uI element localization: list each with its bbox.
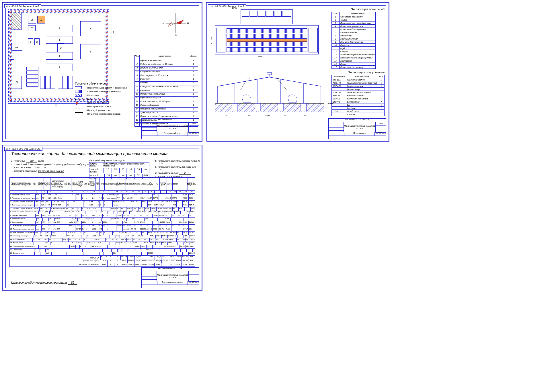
barn-3: 1 <box>46 52 73 60</box>
tree-icon <box>9 27 12 30</box>
rh-name: Наименование <box>340 12 376 15</box>
tree-icon <box>66 10 69 13</box>
room-a5 <box>274 11 282 17</box>
room-row: 6Комната отдыха <box>332 31 376 34</box>
equip-row: КТУ-10АРаздатчик кормов1 <box>332 78 385 81</box>
room-row: 3Помещение для подсобных нужд <box>332 21 376 25</box>
col-header: произв-ть, т/ч <box>64 178 71 190</box>
svg-text:1200: 1200 <box>284 115 288 117</box>
svg-text:7500: 7500 <box>225 115 229 117</box>
params-left: 1. Поголовье 800 голов 2. Годовой надой … <box>11 159 95 173</box>
col-num: 16 <box>124 191 130 193</box>
tree-icon <box>9 39 12 42</box>
silo-col-2 <box>45 76 50 89</box>
tb-title-a: Механизация молочно-товарной фермы <box>157 125 188 129</box>
legend-text: - Силосные траншеи/хранилища <box>86 90 121 93</box>
annex <box>241 9 293 24</box>
col-header: удельные затраты <box>188 178 195 190</box>
col-num: 26 <box>183 191 189 193</box>
room-row: 15Мастерская <box>332 59 376 62</box>
table-row: 14. Уборка навозат—168— РОУ-6/МТЗ-82—8—1… <box>10 238 195 242</box>
col-num: 22 <box>161 191 167 193</box>
room-row: 4Помещение управления <box>332 25 376 28</box>
tb-sheetno-a: Лист 1 | Листов 3 <box>188 132 199 136</box>
room-row: 16Котёл <box>332 62 376 66</box>
col-num: 23 <box>167 191 173 193</box>
tree-icon <box>58 98 61 101</box>
bldg-2b: 2 <box>37 16 45 23</box>
equip-row: ВТС-Ч-8Вентилятор4 <box>332 100 385 103</box>
col-header: эл.энергия <box>126 178 133 190</box>
tree-icon <box>9 19 12 21</box>
tree-icon <box>9 55 12 58</box>
equip-row: ТСН-160Транспортёр наклонный1 <box>332 91 385 94</box>
stamp-c: ц.о. 00.00.000 Формат 2×А1 <box>4 147 42 151</box>
table-row: 16. Размельчение концентратовт—363—ПКМ-5… <box>10 245 195 249</box>
table-row: 8. Водоснабжением³—763УТН-10401,8214185,… <box>10 218 195 221</box>
total-cell <box>141 256 148 260</box>
legend-text: - Линия раздачи кормов <box>86 105 111 108</box>
col-num: 13 <box>105 191 114 193</box>
tree-icon <box>34 10 36 13</box>
legend-row: - Озеленение <box>75 94 129 97</box>
col-num: 21 <box>155 191 161 193</box>
tree-icon <box>34 98 36 101</box>
col-header: Наименование машин и оборудования (тип, … <box>50 178 64 190</box>
staff-value: 82 <box>68 281 77 285</box>
room-row: 13Помещение приточного отопления <box>332 53 376 56</box>
col-num: 14 <box>114 191 120 193</box>
room-row: 8Моечная/молочная <box>332 37 376 40</box>
tree-icon <box>9 11 12 13</box>
room-a4 <box>266 11 274 17</box>
tree-icon <box>106 27 108 30</box>
spec-row: 12Сенохранилище на 12 000 ц/год2 <box>135 100 198 104</box>
equip-spec: Экспликация оборудования Обозначение Наи… <box>331 71 385 116</box>
tree-icon <box>78 10 81 13</box>
hd-pos: Поз. <box>135 55 140 59</box>
staff-label: Количество обслуживающего персонала <box>11 281 67 284</box>
tree-icon <box>18 98 20 101</box>
table-row: 11. Транспортировка молокаткм38,016241,0… <box>10 228 195 232</box>
tree-icon <box>106 79 108 82</box>
svg-rect-14 <box>278 103 284 111</box>
spec-row: 1Коровник на 200 голов4 <box>135 59 198 63</box>
legend-text: - Деревья лиственные <box>86 101 110 104</box>
total-cell: 44203 <box>175 256 182 260</box>
compass-s: Ю <box>175 34 177 36</box>
barn-1: 1 <box>46 25 73 32</box>
tree-icon <box>54 10 56 13</box>
col-num: 6 <box>69 191 75 193</box>
tb-sheet-a: Генеральный план <box>157 132 188 136</box>
tree-icon <box>46 98 48 101</box>
col-header: з/ч/аморт. <box>147 178 154 190</box>
tech-table: Наименование произв. процессов и операци… <box>9 177 195 267</box>
col-num: 18 <box>136 191 142 193</box>
param-left: 1. Поголовье 800 голов <box>11 160 95 162</box>
svg-text:7500: 7500 <box>304 115 308 117</box>
tree-icon <box>106 39 108 42</box>
table-row: 12. Навозоуборка стойловых коровгол41685… <box>10 232 195 235</box>
eh-code: Обозначение <box>332 75 346 78</box>
svg-text:11: 11 <box>247 78 250 80</box>
spec-row: 15Хранилище силоса4 <box>135 111 198 115</box>
tb-sheetno-b: Лист 2 | Листов 3 <box>375 132 386 136</box>
tree-icon <box>38 98 40 101</box>
col-header: топливо <box>133 178 140 190</box>
spec-row: 11Кормоцех/кормокухня1 <box>135 97 198 100</box>
equip-row: ТСН-160Транспортёр навозоуборочный1 <box>332 81 385 85</box>
col-header: смазка <box>140 178 147 190</box>
legend-row: - Линия раздачи кормов <box>75 105 129 108</box>
tree-icon <box>46 10 48 13</box>
bldg-14 <box>11 12 22 30</box>
bldg-13: 13 <box>28 25 36 31</box>
col-num: 12 <box>101 191 105 193</box>
table-row: 9. Доение коровгол800168102,000АДМ-8А879… <box>10 221 195 225</box>
param-right: 7. Кратность доения 2 <box>155 172 202 175</box>
tb-title-c: Механизация молочно-товарной фермы <box>157 274 188 278</box>
tree-icon <box>9 91 12 94</box>
col-num: 11 <box>97 191 101 193</box>
stall-row-2 <box>227 34 307 39</box>
stamp-b: ц.о. 00.00.000 Формат 2×А1 <box>208 4 246 8</box>
legend-text: - Линия транспортировки навоза <box>86 113 120 115</box>
total-cell: 226,77 <box>161 256 168 260</box>
